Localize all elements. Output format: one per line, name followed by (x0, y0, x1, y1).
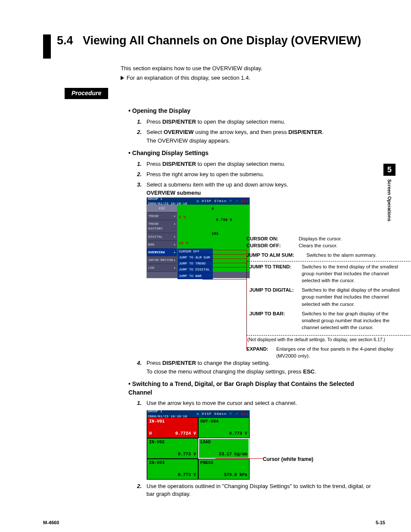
callout-digital-label: JUMP TO DIGITAL: (249, 286, 300, 293)
channel-cell: OUT-V040.773 V (198, 417, 249, 438)
callout-bar-desc: Switches to the bar graph display of the… (302, 310, 405, 331)
footer-left: M-4660 (43, 520, 59, 526)
channel-cell: IN-V01H0.7724 V (147, 417, 198, 438)
cursor-callout: Cursor (white frame) (263, 456, 313, 463)
change-step-4: 4. Press DISP/ENTER to change the displa… (137, 359, 372, 376)
callout-expand-label: EXPAND: (246, 345, 275, 352)
callout-expand-desc: Enlarges one of the four panels in the 4… (276, 345, 405, 359)
menu-item: DIGITAL▸ (147, 233, 177, 241)
menu-item-selected: OVERVIEW▸ (147, 249, 177, 256)
submenu-item: CURSOR OFF (177, 249, 213, 255)
callout-cursor-on-desc: Displays the cursor. (299, 235, 402, 242)
callout-bar-label: JUMP TO BAR: (249, 310, 300, 317)
subhead-opening: Opening the Display (128, 107, 372, 115)
open-step-1: 1. Press DISP/ENTER to open the display … (137, 118, 372, 126)
callout-cursor-off-desc: Clears the cursor. (299, 242, 402, 249)
switch-step-2: 2. Use the operations outlined in "Chang… (137, 482, 372, 498)
callout-digital-desc: Switches to the digital display of the s… (302, 286, 405, 307)
screenshot1-main-menu: ESC TREND▸ TREND HISTORY▸ DIGITAL▸ BAR▸ … (147, 205, 177, 278)
intro-text: This section explains how to use the OVE… (121, 65, 385, 72)
chapter-label: Screen Operations (386, 179, 392, 221)
callout-list: CURSOR ON: Displays the cursor. CURSOR O… (246, 235, 411, 362)
callout-alm-desc: Switches to the alarm summary. (306, 252, 410, 258)
section-heading: 5.4 Viewing All Channels on One Display … (43, 34, 385, 59)
switch-step-1: 1. Use the arrow keys to move the cursor… (137, 399, 372, 479)
side-tab: 5 Screen Operations (383, 164, 396, 215)
submenu-item: JUMP TO ALM SUM (177, 255, 213, 261)
section-number: 5.4 (57, 34, 73, 47)
change-step-4-note: To close the menu without changing the d… (146, 368, 372, 376)
screenshot-overview-submenu: GROUP 12008/01/23 10:10:10 ▦ DISP 57min … (146, 197, 250, 278)
cursor-connector-line (215, 458, 263, 459)
open-step-2: 2. Select OVERVIEW using the arrow keys,… (137, 128, 372, 145)
channel-cell: IN-V020.773 V (147, 438, 198, 459)
callout-dashed-note: (Not displayed with the default settings… (246, 336, 411, 343)
submenu-item: JUMP TO TREND (177, 261, 213, 267)
menu-item: ESC (147, 205, 177, 212)
subhead-changing: Changing Display Settings (128, 149, 372, 158)
screenshot2-header: GROUP 12008/01/23 10:10:10 ▦ DISP 56min … (147, 411, 249, 417)
menu-item: LOG▸ (147, 264, 177, 272)
callout-trend-label: JUMP TO TREND: (249, 263, 300, 270)
menu-item: TREND HISTORY▸ (147, 220, 177, 233)
open-step-2-note: The OVERVIEW display appears. (146, 137, 372, 145)
callout-trend-desc: Switches to the trend display of the sma… (302, 263, 405, 284)
callout-alm-label: JUMP TO ALM SUM: (246, 252, 305, 258)
menu-item: INFOR-MATION▸ (147, 256, 177, 264)
change-step-3: 3. Select a submenu item with the up and… (137, 181, 372, 357)
heading-bar-icon (43, 34, 51, 59)
change-step-2: 2. Press the right arrow key to open the… (137, 171, 372, 178)
section-title: Viewing All Channels on One Display (OVE… (83, 34, 361, 47)
triangle-right-icon (121, 76, 124, 80)
subhead-switching: Switching to a Trend, Digital, or Bar Gr… (128, 380, 372, 397)
menu-item: BAR▸ (147, 241, 177, 249)
intro-crossref: For an explanation of this display, see … (121, 74, 385, 82)
screenshot1-header: GROUP 12008/01/23 10:10:10 ▦ DISP 57min … (147, 198, 249, 205)
callout-cursor-on-label: CURSOR ON: (246, 235, 297, 242)
channel-cell: LOAD23.17 kg/mm (198, 438, 249, 459)
channel-cell: IN-V030.773 V (147, 459, 198, 479)
submenu-item: JUMP TO BAR (177, 273, 213, 279)
submenu-item: JUMP TO DIGITAL (177, 267, 213, 273)
screenshot-overview-channels: GROUP 12008/01/23 10:10:10 ▦ DISP 56min … (146, 410, 250, 480)
change-step-1: 1. Press DISP/ENTER to open the display … (137, 160, 372, 168)
screenshot1-submenu: CURSOR OFF JUMP TO ALM SUM JUMP TO TREND… (177, 249, 213, 279)
chapter-number: 5 (383, 164, 395, 176)
callout-cursor-off-label: CURSOR OFF: (246, 242, 297, 249)
channel-cell: PRESS579.8 kPa (198, 459, 249, 479)
procedure-label: Procedure (65, 88, 108, 99)
footer-right: 5-15 (376, 520, 385, 526)
menu-item: TREND▸ (147, 212, 177, 220)
